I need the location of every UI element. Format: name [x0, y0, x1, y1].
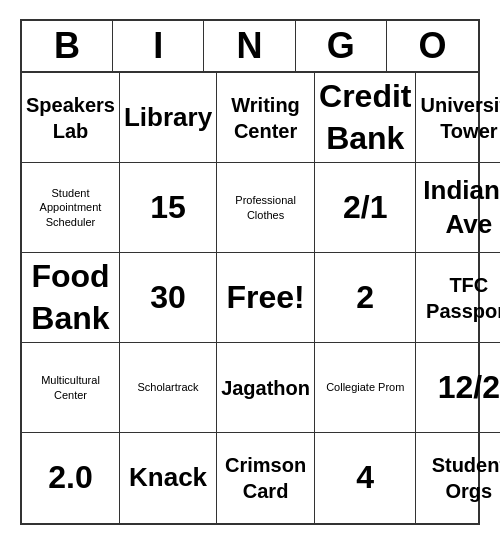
cell-text: Professional Clothes — [221, 193, 310, 222]
cell-text: 2.0 — [48, 457, 92, 499]
cell-text: Free! — [226, 277, 304, 319]
cell-text: Writing Center — [221, 92, 310, 144]
cell-text: Student Orgs — [420, 452, 500, 504]
header-letter: G — [296, 21, 387, 71]
bingo-cell: Food Bank — [22, 253, 120, 343]
cell-text: Scholartrack — [137, 380, 198, 394]
cell-text: Crimson Card — [221, 452, 310, 504]
cell-text: Speakers Lab — [26, 92, 115, 144]
cell-text: 2 — [356, 277, 374, 319]
bingo-grid: Speakers LabLibraryWriting CenterCredit … — [22, 73, 478, 523]
bingo-cell: 2 — [315, 253, 416, 343]
bingo-header: BINGO — [22, 21, 478, 73]
cell-text: Library — [124, 101, 212, 135]
cell-text: Food Bank — [26, 256, 115, 339]
cell-text: 30 — [150, 277, 186, 319]
header-letter: O — [387, 21, 478, 71]
cell-text: University Tower — [420, 92, 500, 144]
cell-text: Jagathon — [221, 375, 310, 401]
bingo-cell: Library — [120, 73, 217, 163]
bingo-cell: Scholartrack — [120, 343, 217, 433]
cell-text: Multicultural Center — [26, 373, 115, 402]
cell-text: Student Appointment Scheduler — [26, 186, 115, 229]
bingo-cell: Knack — [120, 433, 217, 523]
cell-text: Knack — [129, 461, 207, 495]
cell-text: Indiana Ave — [420, 174, 500, 242]
bingo-cell: Writing Center — [217, 73, 315, 163]
header-letter: B — [22, 21, 113, 71]
bingo-cell: Multicultural Center — [22, 343, 120, 433]
bingo-cell: Collegiate Prom — [315, 343, 416, 433]
bingo-cell: Student Orgs — [416, 433, 500, 523]
bingo-cell: Professional Clothes — [217, 163, 315, 253]
bingo-cell: 15 — [120, 163, 217, 253]
bingo-cell: 30 — [120, 253, 217, 343]
bingo-cell: Indiana Ave — [416, 163, 500, 253]
cell-text: Credit Bank — [319, 76, 411, 159]
bingo-cell: Free! — [217, 253, 315, 343]
cell-text: 4 — [356, 457, 374, 499]
bingo-cell: University Tower — [416, 73, 500, 163]
header-letter: I — [113, 21, 204, 71]
bingo-cell: Speakers Lab — [22, 73, 120, 163]
cell-text: TFC Passport — [420, 272, 500, 324]
cell-text: 2/1 — [343, 187, 387, 229]
cell-text: 15 — [150, 187, 186, 229]
header-letter: N — [204, 21, 295, 71]
cell-text: 12/2 — [438, 367, 500, 409]
cell-text: Collegiate Prom — [326, 380, 404, 394]
bingo-cell: 2.0 — [22, 433, 120, 523]
bingo-cell: 2/1 — [315, 163, 416, 253]
bingo-card: BINGO Speakers LabLibraryWriting CenterC… — [20, 19, 480, 525]
bingo-cell: 12/2 — [416, 343, 500, 433]
bingo-cell: Jagathon — [217, 343, 315, 433]
bingo-cell: 4 — [315, 433, 416, 523]
bingo-cell: Crimson Card — [217, 433, 315, 523]
bingo-cell: Credit Bank — [315, 73, 416, 163]
bingo-cell: TFC Passport — [416, 253, 500, 343]
bingo-cell: Student Appointment Scheduler — [22, 163, 120, 253]
